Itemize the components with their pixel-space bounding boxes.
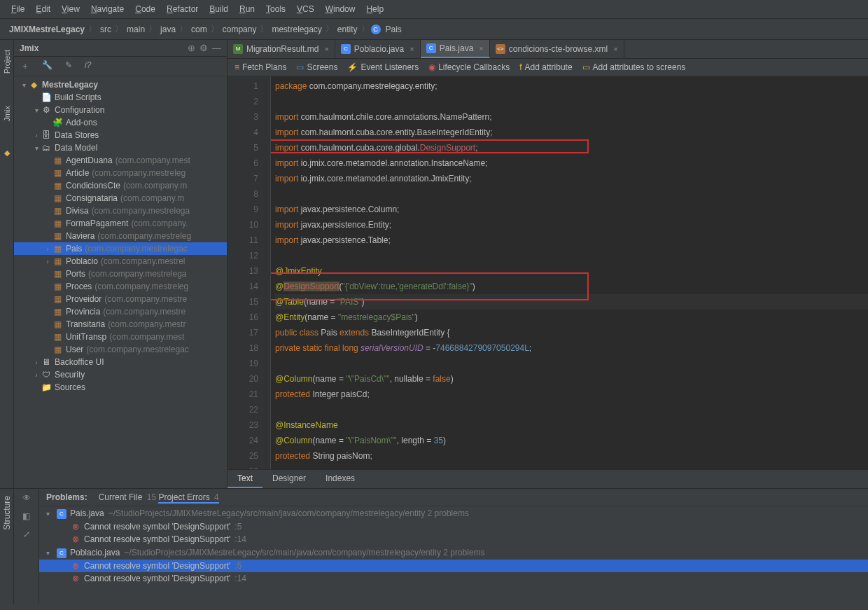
jmix-tree[interactable]: ▾◆ MestreLegacy 📄Build Scripts▾⚙Configur… (14, 76, 227, 488)
tree-node-data-stores[interactable]: ›🗄Data Stores (14, 129, 227, 141)
hide-icon[interactable]: — (212, 43, 221, 53)
tree-node-proces[interactable]: ▦Proces(com.company.mestreleg (14, 280, 227, 293)
toolbar-lifecycle-callbacks[interactable]: ◉Lifecycle Callbacks (428, 62, 510, 72)
tab-condicions-cte-browse-xml[interactable]: <>condicions-cte-browse.xml× (490, 40, 624, 58)
fold-gutter[interactable] (261, 76, 271, 469)
breadcrumb-entity[interactable]: entity (335, 25, 360, 34)
tree-node-pais[interactable]: ›▦Pais(com.company.mestrelegac (14, 242, 227, 255)
help-icon[interactable]: i? (85, 60, 91, 72)
breadcrumb-company[interactable]: company (220, 25, 259, 34)
editor-tabs: MMigrationResult.md×CPoblacio.java×CPais… (227, 40, 868, 59)
tab-pais-java[interactable]: CPais.java× (421, 40, 490, 58)
tree-node-unittransp[interactable]: ▦UnitTransp(com.company.mest (14, 331, 227, 343)
settings-icon[interactable]: ⚙ (200, 43, 208, 53)
toolbar-add-attribute[interactable]: fAdd attribute (519, 62, 572, 72)
close-icon[interactable]: × (410, 45, 414, 53)
tree-node-consignataria[interactable]: ▦Consignataria(com.company.m (14, 192, 227, 205)
tree-node-build-scripts[interactable]: 📄Build Scripts (14, 91, 227, 104)
tree-node-agentduana[interactable]: ▦AgentDuana(com.company.mest (14, 154, 227, 167)
menu-window[interactable]: Window (320, 2, 361, 16)
breadcrumb-pais[interactable]: Pais (384, 25, 404, 34)
project-tab[interactable]: Project (1, 44, 13, 79)
tree-node-backoffice-ui[interactable]: ›🖥Backoffice UI (14, 356, 227, 368)
tree-node-configuration[interactable]: ▾⚙Configuration (14, 104, 227, 116)
tree-node-user[interactable]: ▦User(com.company.mestrelegac (14, 343, 227, 356)
jmix-tab[interactable]: Jmix (1, 100, 13, 127)
expand-icon[interactable]: ⤢ (23, 529, 30, 539)
menu-run[interactable]: Run (234, 2, 260, 16)
problems-tab-current-file[interactable]: Current File 15 (99, 492, 156, 502)
problems-tree[interactable]: ▾CPais.java~/StudioProjects/JMIXMestreLe… (39, 506, 868, 604)
tree-node-poblacio[interactable]: ›▦Poblacio(com.company.mestrel (14, 255, 227, 268)
close-icon[interactable]: × (479, 44, 483, 53)
breadcrumb-src[interactable]: src (98, 25, 113, 34)
menu-tools[interactable]: Tools (260, 2, 291, 16)
menu-refactor[interactable]: Refactor (161, 2, 204, 16)
problem-error-row[interactable]: ⊗Cannot resolve symbol 'DesignSupport':5 (39, 560, 868, 572)
breadcrumb-main[interactable]: main (125, 25, 147, 34)
tree-node-naviera[interactable]: ▦Naviera(com.company.mestreleg (14, 230, 227, 242)
menu-view[interactable]: View (56, 2, 85, 16)
code-editor[interactable]: package com.company.mestrelegacy.entity;… (271, 76, 868, 469)
menu-help[interactable]: Help (360, 2, 389, 16)
problems-title: Problems: (46, 492, 88, 502)
breadcrumb-java[interactable]: java (158, 25, 178, 34)
toolbar-screens[interactable]: ▭Screens (296, 62, 337, 72)
close-icon[interactable]: × (613, 45, 617, 53)
view-icon[interactable]: 👁 (22, 493, 31, 503)
toolbar-fetch-plans[interactable]: ≡Fetch Plans (234, 62, 286, 72)
problem-file-row[interactable]: ▾CPoblacio.java~/StudioProjects/JMIXMest… (39, 546, 868, 560)
tree-node-divisa[interactable]: ▦Divisa(com.company.mestrelega (14, 205, 227, 217)
left-toolwindow-bar: Project Jmix ◆ (0, 40, 14, 488)
tree-node-condicionscte[interactable]: ▦CondicionsCte(com.company.m (14, 179, 227, 192)
tree-node-formapagament[interactable]: ▦FormaPagament(com.company. (14, 217, 227, 230)
tree-node-security[interactable]: ›🛡Security (14, 368, 227, 381)
problem-file-row[interactable]: ▾CPais.java~/StudioProjects/JMIXMestreLe… (39, 506, 868, 520)
problem-error-row[interactable]: ⊗Cannot resolve symbol 'DesignSupport':1… (39, 533, 868, 546)
toolbar-add-attributes-to-screens[interactable]: ▭Add attributes to screens (582, 62, 686, 72)
tree-node-sources[interactable]: 📁Sources (14, 381, 227, 394)
menubar: FileEditViewNavigateCodeRefactorBuildRun… (0, 0, 868, 19)
editor-btab-designer[interactable]: Designer (262, 470, 316, 488)
breadcrumb-jmixmestrelegacy[interactable]: JMIXMestreLegacy (7, 25, 87, 34)
problem-error-row[interactable]: ⊗Cannot resolve symbol 'DesignSupport':5 (39, 520, 868, 533)
breadcrumb-com[interactable]: com (189, 25, 209, 34)
problems-tab-project-errors[interactable]: Project Errors 4 (158, 492, 218, 504)
problems-panel: Structure 👁 ◧ ⤢ Problems: Current File 1… (0, 488, 868, 604)
menu-navigate[interactable]: Navigate (85, 2, 130, 16)
toolbar-event-listeners[interactable]: ⚡Event Listeners (347, 62, 419, 72)
wrench-icon[interactable]: 🔧 (42, 60, 52, 72)
editor-btab-indexes[interactable]: Indexes (316, 470, 365, 488)
structure-tab[interactable]: Structure (1, 493, 13, 533)
jmix-toolbar: ＋ 🔧 ✎ i? (14, 57, 227, 76)
menu-edit[interactable]: Edit (30, 2, 56, 16)
editor-btab-text[interactable]: Text (227, 470, 262, 488)
new-icon[interactable]: ＋ (21, 60, 29, 72)
locate-icon[interactable]: ⊕ (188, 43, 195, 53)
breadcrumb-mestrelegacy[interactable]: mestrelegacy (270, 25, 323, 34)
tab-migrationresult-md[interactable]: MMigrationResult.md× (227, 40, 335, 58)
problem-error-row[interactable]: ⊗Cannot resolve symbol 'DesignSupport':1… (39, 572, 868, 585)
editor-bottom-tabs: TextDesignerIndexes (227, 469, 868, 488)
problems-toolbar: 👁 ◧ ⤢ (14, 489, 39, 604)
tree-node-ports[interactable]: ▦Ports(com.company.mestrelega (14, 268, 227, 280)
filter-icon[interactable]: ◧ (22, 511, 30, 521)
tree-node-add-ons[interactable]: 🧩Add-ons (14, 116, 227, 129)
tree-node-transitaria[interactable]: ▦Transitaria(com.company.mestr (14, 318, 227, 331)
tree-root[interactable]: ▾◆ MestreLegacy (14, 78, 227, 91)
breadcrumb: JMIXMestreLegacy〉src〉main〉java〉com〉compa… (0, 19, 868, 40)
tree-node-article[interactable]: ▦Article(com.company.mestreleg (14, 167, 227, 179)
magic-icon[interactable]: ✎ (65, 60, 72, 72)
tab-poblacio-java[interactable]: CPoblacio.java× (335, 40, 421, 58)
menu-build[interactable]: Build (204, 2, 234, 16)
menu-vcs[interactable]: VCS (291, 2, 320, 16)
close-icon[interactable]: × (324, 45, 328, 53)
menu-file[interactable]: File (6, 2, 30, 16)
tree-node-proveidor[interactable]: ▦Proveidor(com.company.mestre (14, 293, 227, 305)
menu-code[interactable]: Code (130, 2, 161, 16)
tree-node-provincia[interactable]: ▦Provincia(com.company.mestre (14, 305, 227, 318)
jmix-editor-toolbar: ≡Fetch Plans▭Screens⚡Event Listeners◉Lif… (227, 59, 868, 76)
tree-node-data-model[interactable]: ▾🗂Data Model (14, 141, 227, 154)
gutter[interactable]: 1234567891011121314151617181920212223242… (227, 76, 261, 469)
problems-header: Problems: Current File 15 Project Errors… (39, 489, 868, 506)
